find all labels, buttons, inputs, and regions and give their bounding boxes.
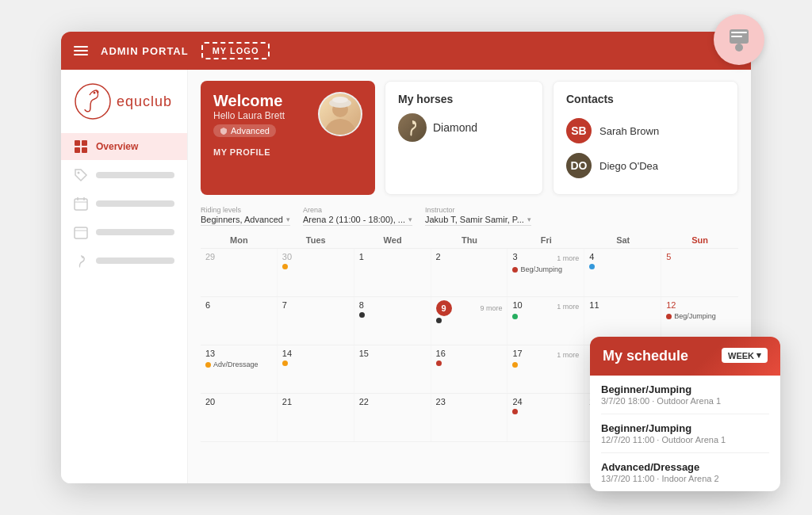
cal-cell-3[interactable]: 3 1 more Beg/Jumping (508, 249, 584, 296)
welcome-section: Welcome Hello Laura Brett Advanced (188, 70, 751, 206)
schedule-item-2[interactable]: Advanced/Dressage 13/7/20 11:00 · Indoor… (601, 461, 769, 483)
schedule-event-detail-2: 13/7/20 11:00 · Indoor Arena 2 (601, 474, 769, 483)
contact-avatar-diego: DO (566, 153, 592, 178)
cal-cell-15[interactable]: 15 (354, 345, 431, 393)
schedule-list: Beginner/Jumping 3/7/20 18:00 · Outdoor … (590, 376, 780, 491)
cal-date-4: 4 (589, 252, 656, 261)
contact-avatar-sarah: SB (566, 118, 592, 143)
svg-point-17 (82, 257, 83, 258)
cal-date-2: 2 (436, 252, 503, 261)
cal-cell-22[interactable]: 22 (354, 394, 431, 441)
sidebar-item-events-line (96, 229, 174, 235)
cal-cell-24[interactable]: 24 (508, 394, 584, 441)
contacts-card: Contacts SB Sarah Brown DO Diego O'Dea (553, 81, 738, 195)
contact-name-sarah: Sarah Brown (599, 125, 659, 137)
tag-icon (74, 168, 88, 182)
cal-event-17 (512, 362, 579, 368)
cal-date-22: 22 (359, 397, 426, 406)
cal-cell-1[interactable]: 1 (354, 249, 431, 296)
more-tag-3: 1 more (557, 254, 579, 262)
cal-date-17: 17 (512, 349, 522, 358)
cal-cell-7[interactable]: 7 (278, 297, 354, 345)
cal-cell-23[interactable]: 23 (431, 394, 508, 441)
event-icon (74, 225, 88, 239)
cal-date-15: 15 (359, 349, 426, 358)
svg-point-18 (324, 119, 356, 135)
cal-cell-2[interactable]: 2 (431, 249, 508, 296)
cal-cell-29[interactable]: 29 (201, 249, 278, 296)
sidebar-item-calendar-line (96, 200, 174, 207)
cal-event-3: Beg/Jumping (512, 265, 579, 273)
sidebar-logo: equclub (61, 82, 187, 133)
sidebar-item-calendar[interactable] (61, 190, 187, 217)
cal-date-9-highlighted: 9 (436, 300, 452, 316)
cal-date-8: 8 (359, 300, 426, 310)
contact-initials-sarah: SB (566, 118, 592, 143)
horses-card: My horses Diamond (385, 81, 543, 195)
horse-avatar (398, 113, 427, 142)
svg-point-3 (735, 44, 743, 52)
cal-cell-13[interactable]: 13 Adv/Dressage (201, 345, 278, 393)
cal-date-24: 24 (512, 397, 579, 406)
filter-arena-select[interactable]: Arena 2 (11:00 - 18:00), ... ▾ (303, 215, 412, 226)
floating-user-avatar[interactable] (714, 14, 764, 65)
cal-cell-8[interactable]: 8 (354, 297, 431, 345)
week-chevron-icon: ▾ (756, 350, 761, 360)
filter-row: Riding levels Beginners, Advanced ▾ Aren… (201, 206, 738, 226)
cal-cell-17[interactable]: 17 1 more (508, 345, 584, 393)
dot-blue-4 (589, 264, 595, 269)
my-profile-link[interactable]: MY PROFILE (213, 147, 362, 157)
sidebar-navigation: Overview (61, 133, 187, 274)
cal-event-12: Beg/Jumping (666, 312, 733, 320)
contact-item-1[interactable]: DO Diego O'Dea (566, 148, 725, 183)
hamburger-menu[interactable] (74, 46, 88, 55)
cal-cell-21[interactable]: 21 (278, 394, 354, 441)
welcome-title: Welcome (213, 92, 285, 110)
week-badge[interactable]: WEEK ▾ (722, 348, 768, 363)
sidebar-item-tags[interactable] (61, 162, 187, 189)
filter-riding-select[interactable]: Beginners, Advanced ▾ (201, 215, 290, 226)
cal-event-13: Adv/Dressage (205, 360, 272, 368)
shield-icon (220, 127, 228, 135)
svg-point-10 (78, 172, 80, 174)
svg-rect-9 (82, 147, 87, 153)
cal-cell-16[interactable]: 16 (431, 345, 508, 393)
cal-event-16 (436, 360, 503, 366)
more-tag-17: 1 more (557, 351, 579, 359)
schedule-item-0[interactable]: Beginner/Jumping 3/7/20 18:00 · Outdoor … (601, 383, 769, 414)
grid-icon (74, 139, 88, 154)
more-tag-9: 9 more (480, 304, 502, 312)
cal-date-29: 29 (205, 252, 272, 261)
cal-date-20: 20 (205, 397, 272, 406)
week-badge-text: WEEK (728, 351, 754, 360)
cal-header-wed: Wed (354, 232, 431, 248)
dot-yellow-17 (512, 362, 518, 368)
cal-date-5: 5 (666, 252, 733, 261)
dot-red-24 (512, 409, 518, 414)
cal-cell-30[interactable]: 30 (278, 249, 354, 296)
schedule-item-1[interactable]: Beginner/Jumping 12/7/20 11:00 · Outdoor… (601, 422, 769, 453)
more-tag-10: 1 more (557, 303, 579, 311)
horse-item: Diamond (398, 113, 530, 142)
cal-cell-10[interactable]: 10 1 more (508, 297, 584, 345)
sidebar: equclub Overview (61, 70, 188, 483)
filter-instructor-select[interactable]: Jakub T, Samir Samir, P... ▾ (425, 215, 531, 226)
sidebar-item-horses[interactable] (61, 247, 187, 274)
cal-cell-9[interactable]: 9 9 more (431, 297, 508, 345)
cal-date-16: 16 (436, 349, 503, 358)
contact-item-0[interactable]: SB Sarah Brown (566, 113, 725, 148)
cal-cell-4[interactable]: 4 (584, 249, 661, 296)
equclub-logo-icon (74, 82, 112, 120)
dot-black-8 (359, 312, 365, 318)
cal-event-9 (436, 318, 503, 323)
cal-event-24 (512, 409, 579, 414)
logo-badge: MY LOGO (201, 42, 270, 59)
sidebar-item-overview[interactable]: Overview (61, 133, 187, 160)
cal-cell-14[interactable]: 14 (278, 345, 354, 393)
cal-cell-5[interactable]: 5 (661, 249, 738, 296)
cal-cell-6[interactable]: 6 (201, 297, 278, 345)
sidebar-item-events[interactable] (61, 219, 187, 246)
cal-cell-20[interactable]: 20 (201, 394, 278, 441)
filter-arena: Arena Arena 2 (11:00 - 18:00), ... ▾ (303, 206, 412, 226)
cal-event-14 (282, 360, 349, 366)
